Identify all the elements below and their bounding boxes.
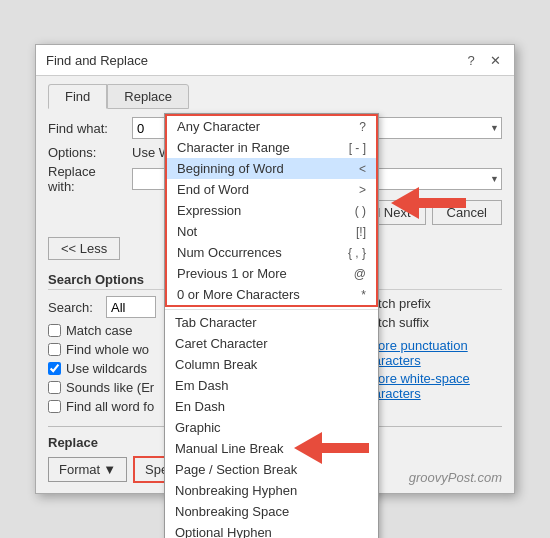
menu-item-end-of-word[interactable]: End of Word >	[167, 179, 376, 200]
menu-item-expression[interactable]: Expression ( )	[167, 200, 376, 221]
find-dropdown-arrow: ▼	[490, 123, 499, 133]
menu-item-tab-char[interactable]: Tab Character	[165, 312, 378, 333]
title-controls: ? ✕	[462, 51, 504, 69]
menu-item-nonbreaking-space[interactable]: Nonbreaking Space	[165, 501, 378, 522]
ignore-punct-label: Ignore punctuation characters	[360, 338, 502, 368]
menu-item-optional-hyphen[interactable]: Optional Hyphen	[165, 522, 378, 538]
search-label: Search:	[48, 300, 100, 315]
menu-item-num-occurrences[interactable]: Num Occurrences { , }	[167, 242, 376, 263]
menu-divider	[165, 309, 378, 310]
find-what-label: Find what:	[48, 121, 126, 136]
match-case-label: Match case	[66, 323, 132, 338]
tab-replace[interactable]: Replace	[107, 84, 189, 109]
dropdown-highlighted-section: Any Character ? Character in Range [ - ]…	[165, 114, 378, 307]
replace-with-label: Replace with:	[48, 164, 126, 194]
help-button[interactable]: ?	[462, 51, 480, 69]
less-button[interactable]: << Less	[48, 237, 120, 260]
menu-item-0-or-more-chars[interactable]: 0 or More Characters *	[167, 284, 376, 305]
title-bar: Find and Replace ? ✕	[36, 45, 514, 76]
menu-item-char-range[interactable]: Character in Range [ - ]	[167, 137, 376, 158]
menu-item-previous-1-or-more[interactable]: Previous 1 or More @	[167, 263, 376, 284]
close-button[interactable]: ✕	[486, 51, 504, 69]
sounds-like-label: Sounds like (Er	[66, 380, 154, 395]
ignore-whitespace-label: Ignore white-space characters	[360, 371, 502, 401]
find-whole-checkbox[interactable]	[48, 343, 61, 356]
menu-item-column-break[interactable]: Column Break	[165, 354, 378, 375]
menu-item-en-dash[interactable]: En Dash	[165, 396, 378, 417]
svg-marker-1	[294, 432, 369, 464]
search-input[interactable]	[106, 296, 156, 318]
find-all-word-checkbox[interactable]	[48, 400, 61, 413]
special-dropdown-menu: Any Character ? Character in Range [ - ]…	[164, 113, 379, 538]
find-whole-label: Find whole wo	[66, 342, 149, 357]
menu-item-beginning-of-word[interactable]: Beginning of Word <	[167, 158, 376, 179]
tab-find[interactable]: Find	[48, 84, 107, 109]
menu-item-caret-char[interactable]: Caret Character	[165, 333, 378, 354]
menu-item-nonbreaking-hyphen[interactable]: Nonbreaking Hyphen	[165, 480, 378, 501]
find-all-word-label: Find all word fo	[66, 399, 154, 414]
use-wildcards-checkbox[interactable]	[48, 362, 61, 375]
watermark: groovyPost.com	[409, 470, 502, 485]
sounds-like-checkbox[interactable]	[48, 381, 61, 394]
tab-bar: Find Replace	[48, 84, 502, 109]
find-replace-dialog: Find and Replace ? ✕ Find Replace Find w…	[35, 44, 515, 494]
format-button[interactable]: Format ▼	[48, 457, 127, 482]
match-case-checkbox[interactable]	[48, 324, 61, 337]
dialog-title: Find and Replace	[46, 53, 148, 68]
red-arrow-indicator	[391, 185, 466, 224]
format-arrow-icon: ▼	[103, 462, 116, 477]
menu-item-em-dash[interactable]: Em Dash	[165, 375, 378, 396]
use-wildcards-label: Use wildcards	[66, 361, 147, 376]
svg-marker-0	[391, 187, 466, 219]
options-label: Options:	[48, 145, 126, 160]
red-arrow-indicator-2	[294, 430, 369, 469]
menu-item-not[interactable]: Not [!]	[167, 221, 376, 242]
menu-item-any-char[interactable]: Any Character ?	[167, 116, 376, 137]
replace-dropdown-arrow: ▼	[490, 174, 499, 184]
